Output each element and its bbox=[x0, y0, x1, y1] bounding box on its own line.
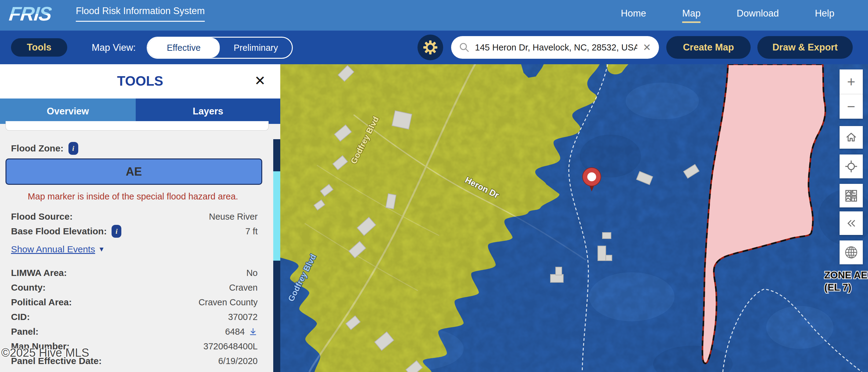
political-area-label: Political Area: bbox=[11, 297, 72, 308]
row-limwa: LIMWA Area: No bbox=[11, 266, 258, 280]
scrolled-card-remnant bbox=[5, 121, 269, 131]
tools-button[interactable]: Tools bbox=[11, 38, 67, 57]
chevrons-left-icon bbox=[845, 217, 857, 229]
search-input[interactable] bbox=[474, 42, 638, 53]
settings-button[interactable] bbox=[417, 34, 443, 60]
tools-panel-header: TOOLS ✕ bbox=[0, 64, 280, 98]
locate-icon bbox=[845, 160, 858, 173]
row-panel: Panel: 6484 bbox=[11, 325, 258, 338]
show-annual-events-link[interactable]: Show Annual Events ▼ bbox=[11, 244, 105, 255]
basemap-icon bbox=[845, 189, 858, 202]
panel-value: 6484 bbox=[225, 327, 258, 337]
watermark-text: ©2025 Hive MLS bbox=[1, 346, 89, 360]
county-value: Craven bbox=[229, 283, 258, 293]
globe-button[interactable] bbox=[840, 240, 863, 264]
panel-label: Panel: bbox=[11, 326, 38, 337]
toggle-preliminary[interactable]: Preliminary bbox=[220, 38, 292, 58]
panel-tabs: Overview Layers bbox=[0, 98, 280, 124]
gear-icon bbox=[423, 40, 438, 55]
create-map-button[interactable]: Create Map bbox=[666, 36, 751, 59]
globe-icon bbox=[844, 246, 858, 259]
flood-source-label: Flood Source: bbox=[11, 211, 73, 222]
caret-down-icon: ▼ bbox=[98, 245, 105, 253]
latitude-label: Latitude: bbox=[11, 370, 50, 372]
app-subtitle: Flood Risk Information System bbox=[76, 5, 205, 22]
app-header: FRIS Flood Risk Information System Home … bbox=[0, 0, 868, 31]
bfe-value: 7 ft bbox=[245, 226, 258, 236]
nav-map[interactable]: Map bbox=[682, 8, 701, 23]
flood-zone-row: Flood Zone: i bbox=[11, 142, 78, 155]
panel-effective-date-value: 6/19/2020 bbox=[218, 356, 258, 366]
fris-logo: FRIS bbox=[8, 2, 53, 25]
panel-scrollbar-thumb[interactable] bbox=[273, 171, 280, 261]
row-flood-source: Flood Source: Neuse River bbox=[11, 210, 258, 223]
map-view-label: Map View: bbox=[92, 42, 136, 53]
map-canvas[interactable]: Heron Dr Godfrey Blvd Godfrey Blvd ZONE … bbox=[280, 64, 868, 372]
cid-value: 370072 bbox=[228, 312, 258, 322]
zoom-out-button[interactable]: − bbox=[840, 94, 863, 119]
download-icon[interactable] bbox=[248, 327, 258, 336]
home-icon bbox=[845, 131, 857, 143]
tools-panel: TOOLS ✕ Overview Layers Flood Zone: i AE… bbox=[0, 64, 280, 372]
map-number-value: 3720648400L bbox=[204, 341, 258, 351]
row-latitude: Latitude: 34.950868 bbox=[11, 369, 258, 372]
bfe-info-icon[interactable]: i bbox=[112, 225, 121, 238]
nav-download[interactable]: Download bbox=[737, 8, 779, 23]
flood-zone-label: Flood Zone: bbox=[11, 143, 64, 153]
panel-scrollbar[interactable] bbox=[273, 139, 280, 372]
flood-zone-info-icon[interactable]: i bbox=[68, 142, 78, 155]
zone-ae-label: ZONE AE bbox=[824, 269, 867, 281]
show-annual-events-text: Show Annual Events bbox=[11, 244, 95, 255]
fris-app: FRIS Flood Risk Information System Home … bbox=[0, 0, 868, 372]
row-county: County: Craven bbox=[11, 281, 258, 294]
row-cid: CID: 370072 bbox=[11, 310, 258, 324]
draw-export-button[interactable]: Draw & Export bbox=[757, 36, 853, 59]
zoom-in-button[interactable]: + bbox=[840, 69, 863, 94]
clear-search-icon[interactable]: ✕ bbox=[643, 42, 651, 52]
basemap-gallery-button[interactable] bbox=[840, 184, 863, 207]
hazard-warning-text: Map marker is inside of the special floo… bbox=[0, 192, 266, 202]
address-search: ✕ bbox=[451, 36, 659, 59]
bfe-label: Base Flood Elevation: bbox=[11, 226, 107, 236]
row-base-flood-elevation: Base Flood Elevation: i 7 ft bbox=[11, 225, 258, 238]
flood-zone-value-box[interactable]: AE bbox=[5, 159, 262, 185]
tools-panel-title: TOOLS bbox=[0, 74, 280, 89]
cid-label: CID: bbox=[11, 312, 30, 322]
political-area-value: Craven County bbox=[199, 297, 258, 308]
latitude-value: 34.950868 bbox=[216, 371, 258, 372]
map-view-toggle: Effective Preliminary bbox=[147, 37, 293, 59]
panel-number: 6484 bbox=[225, 327, 245, 337]
search-icon bbox=[459, 42, 469, 53]
close-panel-icon[interactable]: ✕ bbox=[254, 73, 266, 88]
tab-layers[interactable]: Layers bbox=[136, 98, 280, 124]
zoom-control: + − bbox=[840, 69, 863, 119]
nav-help[interactable]: Help bbox=[815, 8, 834, 23]
locate-button[interactable] bbox=[840, 154, 863, 178]
home-extent-button[interactable] bbox=[840, 126, 863, 149]
zone-ae-el-label: (EL 7) bbox=[824, 282, 851, 293]
map-graphics: Heron Dr Godfrey Blvd Godfrey Blvd ZONE … bbox=[280, 64, 868, 372]
collapse-button[interactable] bbox=[840, 211, 863, 235]
tab-overview[interactable]: Overview bbox=[0, 98, 136, 124]
limwa-label: LIMWA Area: bbox=[11, 268, 67, 278]
flood-source-value: Neuse River bbox=[209, 212, 258, 222]
limwa-value: No bbox=[246, 268, 258, 278]
nav-home[interactable]: Home bbox=[621, 8, 646, 23]
map-toolbar: Tools Map View: Effective Preliminary bbox=[0, 31, 868, 64]
main-nav: Home Map Download Help bbox=[621, 0, 834, 31]
toggle-effective[interactable]: Effective bbox=[148, 38, 220, 58]
row-political-area: Political Area: Craven County bbox=[11, 295, 258, 309]
county-label: County: bbox=[11, 282, 45, 293]
